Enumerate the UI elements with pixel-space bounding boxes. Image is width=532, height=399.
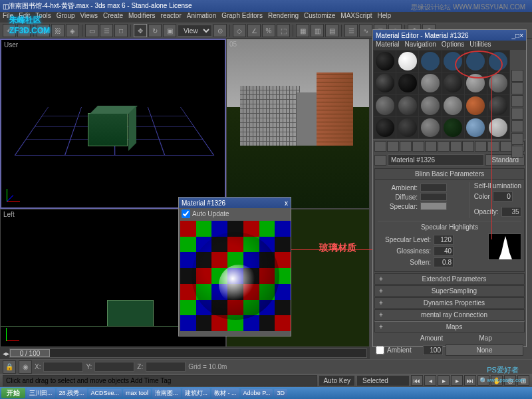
sample-slot-11[interactable] (487, 72, 509, 94)
diffuse-swatch[interactable] (420, 193, 447, 201)
sample-slot-9[interactable] (442, 72, 464, 94)
sample-slot-14[interactable] (419, 95, 441, 116)
show-end-icon[interactable] (487, 141, 499, 152)
next-frame-button[interactable]: ▸ (451, 375, 463, 386)
background-icon[interactable] (511, 95, 523, 107)
sample-slot-0[interactable] (374, 51, 396, 72)
time-slider[interactable]: 0 / 100 (9, 348, 367, 358)
taskbar-item-0[interactable]: 三川田... (27, 388, 55, 398)
menu-customize[interactable]: Customize (304, 12, 335, 23)
unlink-button[interactable]: ⛓ (51, 24, 65, 37)
ambient-map-button[interactable]: None (446, 344, 523, 356)
blinn-rollout-header[interactable]: Blinn Basic Parameters (375, 169, 524, 180)
lock-icon[interactable]: 🔒 (3, 360, 16, 374)
sample-slot-13[interactable] (396, 95, 418, 116)
taskbar-item-3[interactable]: max tool (123, 389, 151, 397)
mat-effects-icon[interactable] (462, 141, 474, 152)
close-icon[interactable]: × (519, 32, 523, 39)
taskbar-item-4[interactable]: 淮南图... (152, 388, 181, 398)
sample-slot-20[interactable] (419, 117, 441, 138)
goto-end-button[interactable]: ⏭ (464, 375, 476, 386)
sample-uv-icon[interactable] (511, 108, 523, 120)
menu-grapheditors[interactable]: Graph Editors (221, 12, 263, 23)
video-check-icon[interactable] (511, 120, 523, 132)
layer-button[interactable]: ☰ (344, 24, 358, 37)
reset-icon[interactable] (412, 141, 424, 152)
ambient-swatch[interactable] (420, 184, 447, 192)
get-material-icon[interactable] (374, 141, 386, 152)
put-to-scene-icon[interactable] (387, 141, 399, 152)
viewport-user[interactable]: User (0, 39, 226, 209)
spinner-snap-button[interactable]: ⬚ (277, 24, 290, 37)
y-input[interactable] (94, 362, 134, 372)
matmenu-options[interactable]: Options (442, 41, 464, 50)
sample-slot-2[interactable] (419, 51, 441, 72)
menu-modifiers[interactable]: Modifiers (128, 12, 156, 23)
make-preview-icon[interactable] (511, 133, 523, 145)
mirror-button[interactable]: ▥ (311, 24, 324, 37)
select-name-button[interactable]: ☰ (100, 24, 113, 37)
material-preview-titlebar[interactable]: Material #1326 x (179, 198, 291, 208)
align-button[interactable]: ▤ (325, 24, 338, 37)
make-copy-icon[interactable] (425, 141, 437, 152)
select-button[interactable]: ▭ (85, 24, 98, 37)
move-button[interactable]: ✥ (134, 24, 147, 37)
menu-reactor[interactable]: reactor (161, 12, 182, 23)
select-rect-button[interactable]: □ (114, 24, 128, 37)
coord-system-dropdown[interactable]: View (178, 25, 212, 37)
named-sel-button[interactable]: ▦ (296, 24, 309, 37)
sample-slot-17[interactable] (487, 95, 509, 116)
ambient-amount-spinner[interactable] (423, 345, 443, 355)
sample-type-icon[interactable] (511, 70, 523, 82)
go-parent-icon[interactable] (500, 141, 512, 152)
viewport-perspective[interactable]: 05 (226, 39, 370, 209)
supersampling-rollout[interactable]: SuperSampling (374, 285, 525, 297)
start-button[interactable]: 开始 (1, 388, 25, 398)
material-editor-titlebar[interactable]: Material Editor - Material #1326 _ □ × (373, 30, 526, 41)
sample-slot-18[interactable] (374, 117, 396, 138)
menu-group[interactable]: Group (57, 12, 75, 23)
menu-animation[interactable]: Animation (187, 12, 216, 23)
dynamics-rollout[interactable]: Dynamics Properties (374, 297, 525, 309)
taskbar-item-8[interactable]: 3D (274, 389, 287, 397)
sample-slot-10[interactable] (465, 72, 487, 94)
bind-button[interactable]: ◈ (66, 24, 79, 37)
taskbar-item-6[interactable]: 教材 - ... (211, 388, 239, 398)
spec-level-spinner[interactable] (434, 235, 454, 245)
menu-maxscript[interactable]: MAXScript (340, 12, 372, 23)
close-icon[interactable]: x (285, 200, 288, 207)
show-map-icon[interactable] (475, 141, 487, 152)
sample-slot-6[interactable] (374, 72, 396, 94)
z-input[interactable] (146, 362, 186, 372)
sample-slot-16[interactable] (465, 95, 487, 116)
mentalray-rollout[interactable]: mental ray Connection (374, 309, 525, 321)
auto-update-checkbox[interactable] (182, 209, 190, 218)
sample-slot-8[interactable] (419, 72, 441, 94)
sample-slot-19[interactable] (396, 117, 418, 138)
taskbar-item-5[interactable]: 建筑灯... (182, 388, 211, 398)
sample-slot-15[interactable] (442, 95, 464, 116)
menu-help[interactable]: Help (378, 12, 392, 23)
backlight-icon[interactable] (511, 82, 523, 94)
menu-views[interactable]: Views (80, 12, 98, 23)
maps-rollout[interactable]: Maps (374, 321, 525, 332)
taskbar-item-2[interactable]: ACDSee... (88, 389, 122, 397)
taskbar-item-7[interactable]: Adobe P... (241, 389, 273, 397)
goto-start-button[interactable]: ⏮ (411, 375, 423, 386)
matmenu-utilities[interactable]: Utilities (469, 41, 491, 50)
sample-slot-21[interactable] (442, 117, 464, 138)
prev-frame-button[interactable]: ◂ (424, 375, 436, 386)
sample-slot-3[interactable] (442, 51, 464, 72)
menu-rendering[interactable]: Rendering (268, 12, 299, 23)
opacity-spinner[interactable] (501, 207, 521, 217)
sample-slot-4[interactable] (465, 51, 487, 72)
material-name-input[interactable] (388, 154, 484, 166)
sample-slot-12[interactable] (374, 95, 396, 116)
keymode-dropdown[interactable]: Selected (356, 375, 410, 386)
taskbar-item-1[interactable]: 28.残秀... (57, 388, 87, 398)
make-unique-icon[interactable] (438, 141, 450, 152)
autokey-button[interactable]: Auto Key (319, 375, 355, 386)
sample-slot-23[interactable] (487, 117, 509, 138)
snap-button[interactable]: ◇ (233, 24, 246, 37)
put-to-lib-icon[interactable] (450, 141, 462, 152)
